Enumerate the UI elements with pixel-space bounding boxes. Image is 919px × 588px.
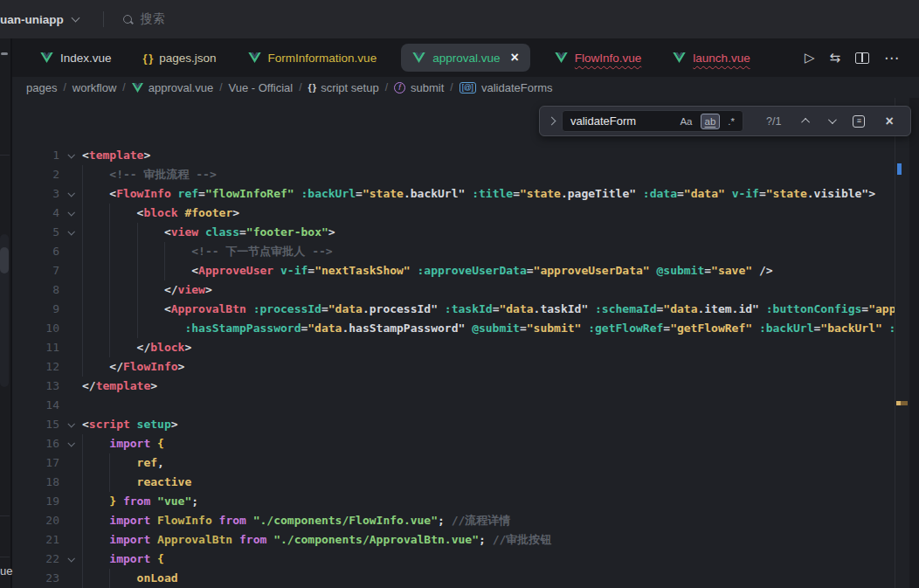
line-number: 5 [12, 223, 59, 242]
indent-guide [109, 261, 110, 280]
tab-forminformation-vue[interactable]: FormInformation.vue [232, 38, 393, 77]
breadcrumb-item-vue-official[interactable]: Vue - Official [228, 81, 293, 94]
previous-match-icon[interactable] [802, 118, 811, 127]
breadcrumb-item-validateforms[interactable]: [@]validateForms [460, 81, 553, 94]
code-token: .pageTitle" [561, 187, 636, 200]
indent-guide [82, 550, 83, 569]
code-line: 15<script setup> [12, 415, 895, 434]
code-token: < [82, 149, 89, 162]
code-token: import [82, 437, 150, 450]
code-line: 16 import { [12, 434, 895, 453]
tab-pages-json[interactable]: { }pages.json [128, 38, 232, 77]
code-token: "./components/ApprovalBtn.vue" [266, 533, 479, 546]
line-number: 22 [12, 550, 59, 569]
chevron-down-icon[interactable] [71, 13, 79, 22]
fold-column [59, 184, 82, 204]
code-token: setup [130, 418, 171, 431]
code-token: v-if [725, 187, 759, 200]
whole-word-toggle[interactable]: ab [701, 114, 721, 129]
fold-column [59, 511, 82, 530]
indent-guide [137, 223, 138, 242]
code-token: :buttonConfigs [759, 302, 861, 315]
code-line: 18 reactive [12, 473, 895, 492]
more-actions-icon[interactable]: ⋯ [884, 49, 900, 67]
code-token: v-if [273, 264, 307, 277]
breadcrumb-label: pages [26, 81, 57, 94]
code-token: "data [328, 302, 363, 315]
code-line: 5 <view class="footer-box"> [12, 223, 895, 242]
project-name[interactable]: uan-uniapp [0, 13, 64, 26]
indent-guide [82, 300, 83, 319]
regex-toggle[interactable]: .* [723, 114, 739, 129]
indent-guide [109, 473, 110, 492]
fold-column [59, 550, 82, 569]
breadcrumb-item-pages[interactable]: pages [26, 81, 57, 94]
ruler-marker-orange [896, 401, 908, 405]
code-token: <!-- 审批流程 --> [82, 168, 217, 181]
code-token: "getFlowRef" [670, 322, 752, 335]
fold-chevron-icon[interactable] [67, 439, 74, 446]
breadcrumb-item-script-setup[interactable]: { }script setup [308, 81, 379, 94]
code-token: } [82, 495, 116, 508]
fold-chevron-icon[interactable] [67, 420, 74, 427]
tab-flowinfo-vue[interactable]: FlowInfo.vue [539, 38, 658, 77]
code-line: 21 import ApprovalBtn from "./components… [12, 530, 895, 550]
fold-chevron-icon[interactable] [67, 555, 74, 562]
fold-chevron-icon[interactable] [67, 228, 74, 235]
find-input[interactable]: validateForm Aa ab .* [562, 110, 743, 132]
code-token: </ [82, 341, 150, 354]
close-icon[interactable]: × [510, 51, 518, 65]
indent-guide [82, 223, 83, 242]
code-text: <template> [82, 146, 895, 165]
next-match-icon[interactable] [828, 115, 837, 124]
tab-launch-vue[interactable]: launch.vue [657, 38, 765, 77]
tab-bar-tabs: Index.vue{ }pages.jsonFormInformation.vu… [0, 38, 766, 77]
toggle-replace-icon[interactable] [548, 117, 556, 126]
code-token: :backUrl [752, 322, 813, 335]
vue-icon [248, 52, 261, 63]
breadcrumb-item-approval-vue[interactable]: approval.vue [132, 81, 213, 94]
indent-guide [82, 204, 83, 223]
find-in-selection-icon[interactable]: ≡ [853, 115, 865, 128]
fold-chevron-icon[interactable] [67, 190, 74, 197]
code-token: = [527, 264, 534, 277]
code-token: //流程详情 [445, 514, 510, 527]
breadcrumb-separator: / [63, 81, 66, 93]
fold-chevron-icon[interactable] [67, 209, 74, 216]
code-text: reactive [82, 473, 895, 492]
code-token: .item.id" [697, 302, 758, 315]
global-search[interactable]: 搜索 [123, 11, 165, 27]
find-input-value[interactable]: validateForm [570, 114, 672, 128]
code-token: "flowInfoRef" [205, 187, 294, 200]
tab-approval-vue[interactable]: approval.vue× [401, 44, 530, 72]
code-token: .backUrl" [404, 187, 465, 200]
code-token: , [157, 456, 164, 469]
close-find-icon[interactable]: × [885, 114, 893, 128]
breadcrumb-item-workflow[interactable]: workflow [73, 81, 117, 94]
sidebar-scrollbar-thumb[interactable] [0, 247, 9, 273]
titlebar-divider [103, 11, 104, 27]
minimap-gutter[interactable] [909, 98, 919, 588]
ruler-marker-blue [897, 163, 902, 175]
tab-index-vue[interactable]: Index.vue [24, 38, 128, 77]
code-token: = [356, 187, 363, 200]
match-case-toggle[interactable]: Aa [675, 114, 696, 129]
fold-column [59, 377, 82, 396]
indent-guide [82, 242, 83, 261]
fold-column [59, 357, 82, 377]
tab-label: launch.vue [693, 52, 750, 65]
line-number: 4 [12, 204, 59, 223]
breadcrumb-item-submit[interactable]: fsubmit [394, 81, 444, 94]
open-changes-icon[interactable]: ⇆ [829, 50, 840, 66]
code-token: .hasStampPassword" [342, 322, 465, 335]
code-token: view [171, 225, 198, 239]
code-text: import { [82, 550, 895, 569]
breadcrumb-label: approval.vue [149, 81, 213, 94]
code-editor[interactable]: 1<template>2 <!-- 审批流程 -->3 <FlowInfo re… [12, 146, 895, 588]
split-editor-icon[interactable] [855, 52, 869, 64]
code-token: template [96, 379, 151, 392]
run-icon[interactable]: ▷ [805, 50, 815, 66]
line-number: 19 [12, 492, 59, 511]
fold-column [59, 242, 82, 261]
fold-chevron-icon[interactable] [67, 151, 74, 158]
